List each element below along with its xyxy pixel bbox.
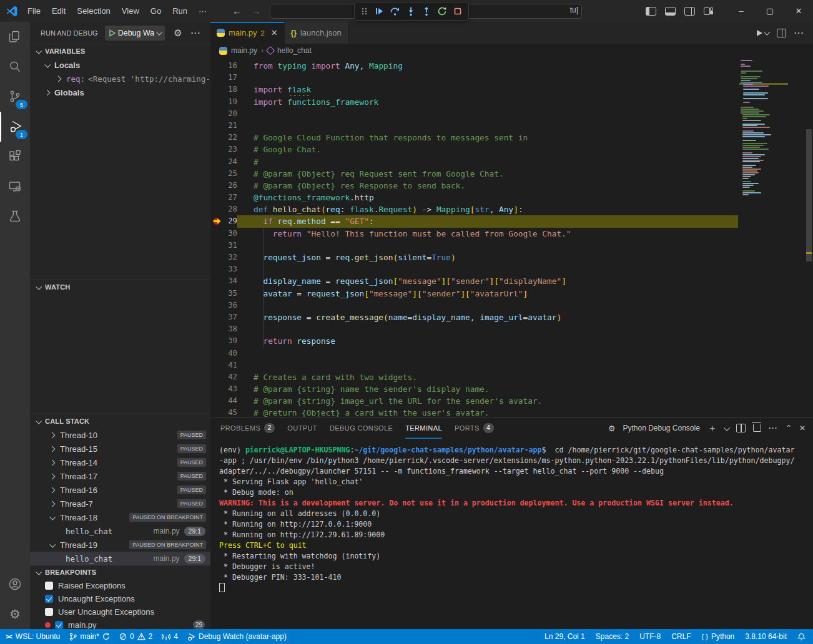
python-interpreter[interactable]: 3.8.10 64-bit (745, 632, 787, 641)
code-line[interactable]: 43# @param {string} name the sender's di… (210, 383, 813, 395)
menu-item-selection[interactable]: Selection (71, 0, 116, 22)
code-line[interactable]: 33 (210, 263, 813, 275)
callstack-thread-row[interactable]: Thread-7PAUSED (30, 497, 210, 510)
breakpoint-row[interactable]: Uncaught Exceptions (30, 592, 210, 605)
run-dropdown-chevron-icon[interactable] (764, 29, 770, 36)
start-debug-icon[interactable] (108, 29, 116, 37)
debug-config-dropdown[interactable]: Debug Wa (105, 26, 165, 41)
menu-item-go[interactable]: Go (145, 0, 167, 22)
code-line[interactable]: 22# Google Cloud Function that responds … (210, 132, 813, 144)
cursor-position[interactable]: Ln 29, Col 1 (544, 632, 585, 641)
code-line[interactable]: 31 (210, 240, 813, 251)
breakpoint-checkbox[interactable] (55, 621, 63, 629)
errors-warnings-indicator[interactable]: 0 2 (119, 632, 152, 641)
accounts-button[interactable] (0, 569, 30, 599)
code-line[interactable]: 40 (210, 348, 813, 359)
editor-scrollbar[interactable] (806, 129, 812, 261)
close-panel-icon[interactable]: ✕ (799, 424, 806, 432)
debug-settings-gear-icon[interactable]: ⚙ (174, 28, 182, 37)
breakpoint-checkbox[interactable] (45, 595, 53, 603)
code-line[interactable]: 21 (210, 120, 813, 132)
split-editor-icon[interactable] (777, 29, 786, 37)
tab-terminal[interactable]: TERMINAL (405, 417, 442, 439)
maximize-panel-icon[interactable]: ⌃ (786, 424, 792, 432)
terminal-output[interactable]: (env) pierrick@LAPTOP-HKU5PNNG:~/git/goo… (210, 439, 813, 594)
breakpoint-checkbox[interactable] (45, 608, 53, 616)
code-line[interactable]: 32 request_json = req.get_json(silent=Tr… (210, 251, 813, 263)
callstack-thread-row[interactable]: Thread-19PAUSED ON BREAKPOINT (30, 538, 210, 552)
breakpoint-row[interactable]: main.py29 (30, 618, 210, 629)
debug-status[interactable]: Debug Watch (avatar-app) (187, 632, 287, 641)
code-line[interactable]: 18import flask (210, 84, 813, 95)
code-line[interactable]: 39 return response (210, 335, 813, 347)
tab-problems[interactable]: PROBLEMS2 (220, 417, 275, 439)
code-line[interactable]: 26# @param {Object} res Response to send… (210, 180, 813, 192)
terminal-dropdown-chevron-icon[interactable] (724, 424, 730, 431)
minimize-button[interactable]: – (727, 0, 756, 22)
breakpoints-header[interactable]: BREAKPOINTS (30, 565, 210, 579)
editor-more-actions-icon[interactable]: ··· (794, 28, 804, 37)
code-line[interactable]: 17 (210, 72, 813, 84)
panel-more-actions-icon[interactable]: ··· (769, 424, 778, 432)
code-line[interactable]: 24# (210, 156, 813, 168)
sidebar-more-actions-icon[interactable]: ··· (191, 28, 201, 37)
menu-item-edit[interactable]: Edit (46, 0, 71, 22)
settings-button[interactable]: ⚙ (0, 599, 30, 629)
sidebar-item-source-control[interactable]: 5 (0, 82, 30, 112)
nav-back-icon[interactable]: ← (232, 6, 242, 16)
restart-icon[interactable] (437, 6, 447, 16)
sidebar-item-search[interactable] (0, 52, 30, 82)
callstack-thread-row[interactable]: Thread-10PAUSED (30, 428, 210, 442)
code-line[interactable]: 37 response = create_message(name=displa… (210, 311, 813, 323)
menu-item-moremoremore[interactable]: ··· (193, 0, 212, 22)
callstack-thread-row[interactable]: Thread-15PAUSED (30, 442, 210, 456)
code-line[interactable]: 29 if req.method == "GET": (210, 215, 813, 227)
toggle-panel-icon[interactable] (665, 7, 676, 16)
terminal-profile-label[interactable]: Python Debug Console (623, 424, 699, 432)
step-into-icon[interactable] (406, 6, 416, 16)
callstack-thread-row[interactable]: Thread-18PAUSED ON BREAKPOINT (30, 510, 210, 524)
code-line[interactable]: 30 return "Hello! This function must be … (210, 228, 813, 240)
code-line[interactable]: 35 avatar = request_json["message"]["sen… (210, 288, 813, 300)
watch-header[interactable]: WATCH (30, 280, 210, 294)
menu-item-run[interactable]: Run (167, 0, 193, 22)
run-python-file-button[interactable] (757, 30, 769, 36)
code-line[interactable]: 38 (210, 323, 813, 335)
callstack-frame-row[interactable]: hello_chatmain.py29:1 (30, 524, 210, 538)
tab-debug-console[interactable]: DEBUG CONSOLE (330, 417, 393, 439)
code-line[interactable]: 34 display_name = request_json["message"… (210, 275, 813, 287)
breakpoint-checkbox[interactable] (45, 582, 53, 590)
tab-main-py[interactable]: main.py 2 ✕ (210, 22, 285, 44)
git-branch-indicator[interactable]: main* (69, 632, 110, 641)
minimap[interactable] (739, 60, 788, 409)
code-editor[interactable]: 16from typing import Any, Mapping1718imp… (210, 57, 813, 419)
callstack-frame-row[interactable]: hello_chatmain.py29:1 (30, 552, 210, 565)
variables-globals-row[interactable]: Globals (30, 85, 210, 99)
breakpoint-row[interactable]: User Uncaught Exceptions (30, 605, 210, 618)
language-mode[interactable]: { } Python (702, 632, 735, 641)
tab-launch-json[interactable]: {} launch.json (285, 22, 348, 44)
code-line[interactable]: 19import functions_framework (210, 96, 813, 108)
ports-indicator[interactable]: 4 (162, 632, 178, 641)
variables-header[interactable]: VARIABLES (30, 44, 210, 58)
encoding[interactable]: UTF-8 (639, 632, 661, 641)
code-line[interactable]: 16from typing import Any, Mapping (210, 60, 813, 72)
call-stack-header[interactable]: CALL STACK (30, 414, 210, 428)
remote-indicator[interactable]: >< WSL: Ubuntu (6, 632, 60, 641)
close-button[interactable]: ✕ (784, 0, 813, 22)
tab-ports[interactable]: PORTS4 (455, 417, 494, 439)
code-line[interactable]: 41 (210, 359, 813, 371)
code-line[interactable]: 44# @param {string} image_url the URL fo… (210, 395, 813, 407)
code-line[interactable]: 20 (210, 108, 813, 120)
nav-forward-icon[interactable]: → (252, 6, 261, 16)
notifications-bell[interactable] (797, 633, 806, 641)
menu-item-view[interactable]: View (116, 0, 145, 22)
stop-icon[interactable] (453, 6, 463, 16)
breadcrumb-symbol[interactable]: hello_chat (277, 46, 312, 55)
menu-item-file[interactable]: File (22, 0, 46, 22)
indentation[interactable]: Spaces: 2 (596, 632, 629, 641)
step-out-icon[interactable] (421, 6, 431, 16)
step-over-icon[interactable] (390, 6, 400, 16)
customize-layout-icon[interactable] (704, 7, 713, 15)
tab-output[interactable]: OUTPUT (287, 417, 317, 439)
